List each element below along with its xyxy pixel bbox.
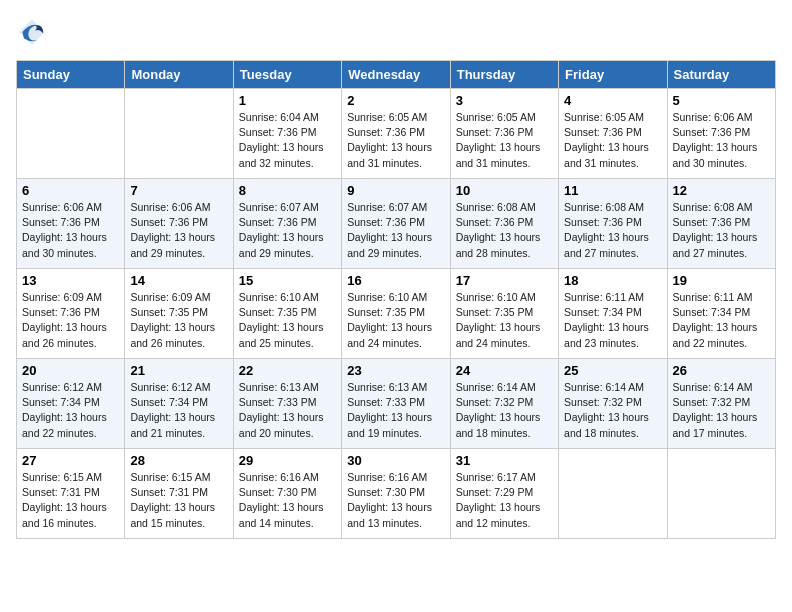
calendar-cell: 4Sunrise: 6:05 AM Sunset: 7:36 PM Daylig… bbox=[559, 89, 667, 179]
day-detail: Sunrise: 6:08 AM Sunset: 7:36 PM Dayligh… bbox=[456, 200, 553, 261]
day-number: 5 bbox=[673, 93, 770, 108]
calendar-cell: 11Sunrise: 6:08 AM Sunset: 7:36 PM Dayli… bbox=[559, 179, 667, 269]
calendar-cell: 30Sunrise: 6:16 AM Sunset: 7:30 PM Dayli… bbox=[342, 449, 450, 539]
logo-icon bbox=[16, 16, 48, 48]
day-detail: Sunrise: 6:11 AM Sunset: 7:34 PM Dayligh… bbox=[564, 290, 661, 351]
day-detail: Sunrise: 6:14 AM Sunset: 7:32 PM Dayligh… bbox=[564, 380, 661, 441]
calendar-cell: 24Sunrise: 6:14 AM Sunset: 7:32 PM Dayli… bbox=[450, 359, 558, 449]
day-detail: Sunrise: 6:05 AM Sunset: 7:36 PM Dayligh… bbox=[456, 110, 553, 171]
header bbox=[16, 16, 776, 48]
day-number: 14 bbox=[130, 273, 227, 288]
day-detail: Sunrise: 6:16 AM Sunset: 7:30 PM Dayligh… bbox=[347, 470, 444, 531]
calendar-week-row: 20Sunrise: 6:12 AM Sunset: 7:34 PM Dayli… bbox=[17, 359, 776, 449]
day-number: 1 bbox=[239, 93, 336, 108]
day-header-wednesday: Wednesday bbox=[342, 61, 450, 89]
calendar-cell: 9Sunrise: 6:07 AM Sunset: 7:36 PM Daylig… bbox=[342, 179, 450, 269]
calendar-cell: 7Sunrise: 6:06 AM Sunset: 7:36 PM Daylig… bbox=[125, 179, 233, 269]
day-detail: Sunrise: 6:15 AM Sunset: 7:31 PM Dayligh… bbox=[22, 470, 119, 531]
day-number: 17 bbox=[456, 273, 553, 288]
day-detail: Sunrise: 6:09 AM Sunset: 7:35 PM Dayligh… bbox=[130, 290, 227, 351]
day-header-thursday: Thursday bbox=[450, 61, 558, 89]
calendar-cell: 10Sunrise: 6:08 AM Sunset: 7:36 PM Dayli… bbox=[450, 179, 558, 269]
day-number: 22 bbox=[239, 363, 336, 378]
day-detail: Sunrise: 6:05 AM Sunset: 7:36 PM Dayligh… bbox=[564, 110, 661, 171]
calendar-cell: 12Sunrise: 6:08 AM Sunset: 7:36 PM Dayli… bbox=[667, 179, 775, 269]
day-detail: Sunrise: 6:06 AM Sunset: 7:36 PM Dayligh… bbox=[673, 110, 770, 171]
day-detail: Sunrise: 6:16 AM Sunset: 7:30 PM Dayligh… bbox=[239, 470, 336, 531]
calendar-table: SundayMondayTuesdayWednesdayThursdayFrid… bbox=[16, 60, 776, 539]
day-number: 18 bbox=[564, 273, 661, 288]
calendar-cell: 18Sunrise: 6:11 AM Sunset: 7:34 PM Dayli… bbox=[559, 269, 667, 359]
day-header-saturday: Saturday bbox=[667, 61, 775, 89]
calendar-cell: 3Sunrise: 6:05 AM Sunset: 7:36 PM Daylig… bbox=[450, 89, 558, 179]
day-number: 4 bbox=[564, 93, 661, 108]
day-number: 19 bbox=[673, 273, 770, 288]
day-number: 15 bbox=[239, 273, 336, 288]
day-number: 26 bbox=[673, 363, 770, 378]
day-detail: Sunrise: 6:09 AM Sunset: 7:36 PM Dayligh… bbox=[22, 290, 119, 351]
day-header-friday: Friday bbox=[559, 61, 667, 89]
calendar-week-row: 6Sunrise: 6:06 AM Sunset: 7:36 PM Daylig… bbox=[17, 179, 776, 269]
calendar-cell: 22Sunrise: 6:13 AM Sunset: 7:33 PM Dayli… bbox=[233, 359, 341, 449]
calendar-cell: 6Sunrise: 6:06 AM Sunset: 7:36 PM Daylig… bbox=[17, 179, 125, 269]
calendar-cell: 16Sunrise: 6:10 AM Sunset: 7:35 PM Dayli… bbox=[342, 269, 450, 359]
day-number: 8 bbox=[239, 183, 336, 198]
day-detail: Sunrise: 6:06 AM Sunset: 7:36 PM Dayligh… bbox=[130, 200, 227, 261]
day-detail: Sunrise: 6:05 AM Sunset: 7:36 PM Dayligh… bbox=[347, 110, 444, 171]
calendar-cell bbox=[559, 449, 667, 539]
day-detail: Sunrise: 6:12 AM Sunset: 7:34 PM Dayligh… bbox=[130, 380, 227, 441]
calendar-cell: 17Sunrise: 6:10 AM Sunset: 7:35 PM Dayli… bbox=[450, 269, 558, 359]
calendar-cell bbox=[125, 89, 233, 179]
calendar-cell: 28Sunrise: 6:15 AM Sunset: 7:31 PM Dayli… bbox=[125, 449, 233, 539]
day-number: 10 bbox=[456, 183, 553, 198]
day-detail: Sunrise: 6:10 AM Sunset: 7:35 PM Dayligh… bbox=[456, 290, 553, 351]
day-number: 29 bbox=[239, 453, 336, 468]
calendar-header-row: SundayMondayTuesdayWednesdayThursdayFrid… bbox=[17, 61, 776, 89]
calendar-cell: 21Sunrise: 6:12 AM Sunset: 7:34 PM Dayli… bbox=[125, 359, 233, 449]
day-number: 28 bbox=[130, 453, 227, 468]
day-detail: Sunrise: 6:10 AM Sunset: 7:35 PM Dayligh… bbox=[347, 290, 444, 351]
day-header-tuesday: Tuesday bbox=[233, 61, 341, 89]
calendar-cell: 20Sunrise: 6:12 AM Sunset: 7:34 PM Dayli… bbox=[17, 359, 125, 449]
day-detail: Sunrise: 6:06 AM Sunset: 7:36 PM Dayligh… bbox=[22, 200, 119, 261]
day-header-monday: Monday bbox=[125, 61, 233, 89]
day-number: 30 bbox=[347, 453, 444, 468]
day-detail: Sunrise: 6:13 AM Sunset: 7:33 PM Dayligh… bbox=[239, 380, 336, 441]
day-detail: Sunrise: 6:08 AM Sunset: 7:36 PM Dayligh… bbox=[564, 200, 661, 261]
day-number: 11 bbox=[564, 183, 661, 198]
calendar-week-row: 13Sunrise: 6:09 AM Sunset: 7:36 PM Dayli… bbox=[17, 269, 776, 359]
calendar-cell: 8Sunrise: 6:07 AM Sunset: 7:36 PM Daylig… bbox=[233, 179, 341, 269]
calendar-cell: 23Sunrise: 6:13 AM Sunset: 7:33 PM Dayli… bbox=[342, 359, 450, 449]
day-number: 27 bbox=[22, 453, 119, 468]
day-number: 23 bbox=[347, 363, 444, 378]
calendar-cell bbox=[17, 89, 125, 179]
day-number: 31 bbox=[456, 453, 553, 468]
calendar-cell: 13Sunrise: 6:09 AM Sunset: 7:36 PM Dayli… bbox=[17, 269, 125, 359]
day-detail: Sunrise: 6:14 AM Sunset: 7:32 PM Dayligh… bbox=[673, 380, 770, 441]
calendar-cell: 14Sunrise: 6:09 AM Sunset: 7:35 PM Dayli… bbox=[125, 269, 233, 359]
calendar-cell: 29Sunrise: 6:16 AM Sunset: 7:30 PM Dayli… bbox=[233, 449, 341, 539]
day-number: 21 bbox=[130, 363, 227, 378]
calendar-week-row: 27Sunrise: 6:15 AM Sunset: 7:31 PM Dayli… bbox=[17, 449, 776, 539]
day-number: 25 bbox=[564, 363, 661, 378]
day-detail: Sunrise: 6:10 AM Sunset: 7:35 PM Dayligh… bbox=[239, 290, 336, 351]
calendar-cell: 26Sunrise: 6:14 AM Sunset: 7:32 PM Dayli… bbox=[667, 359, 775, 449]
calendar-week-row: 1Sunrise: 6:04 AM Sunset: 7:36 PM Daylig… bbox=[17, 89, 776, 179]
day-detail: Sunrise: 6:07 AM Sunset: 7:36 PM Dayligh… bbox=[239, 200, 336, 261]
calendar-cell: 31Sunrise: 6:17 AM Sunset: 7:29 PM Dayli… bbox=[450, 449, 558, 539]
calendar-cell: 1Sunrise: 6:04 AM Sunset: 7:36 PM Daylig… bbox=[233, 89, 341, 179]
calendar-cell: 19Sunrise: 6:11 AM Sunset: 7:34 PM Dayli… bbox=[667, 269, 775, 359]
day-number: 9 bbox=[347, 183, 444, 198]
day-detail: Sunrise: 6:11 AM Sunset: 7:34 PM Dayligh… bbox=[673, 290, 770, 351]
calendar-cell: 15Sunrise: 6:10 AM Sunset: 7:35 PM Dayli… bbox=[233, 269, 341, 359]
day-detail: Sunrise: 6:13 AM Sunset: 7:33 PM Dayligh… bbox=[347, 380, 444, 441]
calendar-cell bbox=[667, 449, 775, 539]
day-detail: Sunrise: 6:14 AM Sunset: 7:32 PM Dayligh… bbox=[456, 380, 553, 441]
day-number: 3 bbox=[456, 93, 553, 108]
day-number: 12 bbox=[673, 183, 770, 198]
calendar-cell: 5Sunrise: 6:06 AM Sunset: 7:36 PM Daylig… bbox=[667, 89, 775, 179]
day-number: 20 bbox=[22, 363, 119, 378]
calendar-cell: 2Sunrise: 6:05 AM Sunset: 7:36 PM Daylig… bbox=[342, 89, 450, 179]
day-header-sunday: Sunday bbox=[17, 61, 125, 89]
day-number: 24 bbox=[456, 363, 553, 378]
